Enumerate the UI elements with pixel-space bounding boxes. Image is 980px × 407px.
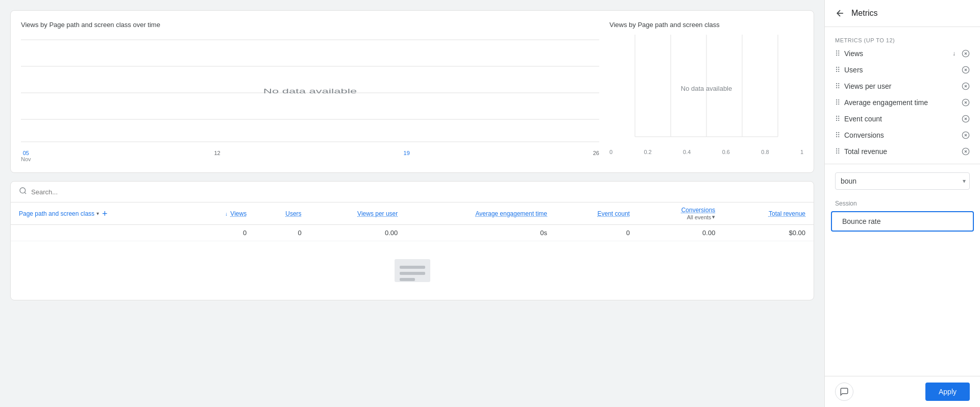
feedback-button[interactable] [835,383,853,401]
total-revenue-header-cell[interactable]: Total revenue [723,202,814,225]
metric-name-event-count: Event count [844,115,958,123]
right-chart-title: Views by Page path and screen class [609,21,803,29]
metric-search-input[interactable] [835,172,970,190]
svg-rect-16 [400,266,425,269]
apply-button[interactable]: Apply [925,383,970,401]
x-axis: 05 Nov 12 19 26 [21,147,599,162]
charts-card: Views by Page path and screen class over… [10,10,814,173]
metric-item-users[interactable]: ⠿ Users [825,62,980,78]
x-axis-item: 05 Nov [21,150,31,162]
avg-engagement-header-label: Average engagement time [476,210,548,217]
x-axis-item: 12 [214,150,220,162]
x-axis-item: 19 [404,150,410,162]
metric-item-total-revenue[interactable]: ⠿ Total revenue [825,143,980,160]
users-header-label: Users [285,210,301,217]
views-per-user-header-cell[interactable]: Views per user [310,202,406,225]
remove-event-count-button[interactable] [962,115,970,123]
users-cell: 0 [255,225,309,241]
dim-header: Page path and screen class ▾ + [19,209,182,218]
dropdown-category-label: Session [825,196,980,211]
left-chart-section: Views by Page path and screen class over… [21,21,599,162]
metric-search-section: ▾ [825,168,980,194]
event-count-header-label: Event count [598,210,630,217]
line-chart: No data available [21,35,599,147]
avg-engagement-cell: 0s [406,225,555,241]
views-per-user-header-label: Views per user [357,210,398,217]
metric-name-views-per-user: Views per user [844,82,958,90]
search-icon [19,187,27,197]
metric-item-conversions[interactable]: ⠿ Conversions [825,127,980,143]
table-row: 0 0 0.00 0s 0 0.00 $0.00 [11,225,814,241]
views-per-user-cell: 0.00 [310,225,406,241]
svg-rect-17 [400,272,425,275]
main-content: Views by Page path and screen class over… [0,0,824,407]
sort-arrow-icon: ↓ [225,211,228,217]
svg-rect-18 [400,278,415,281]
conversions-header-cell[interactable]: Conversions All events ▾ [638,202,723,225]
back-button[interactable] [835,8,845,18]
drag-icon: ⠿ [835,131,840,139]
dim-dropdown-icon[interactable]: ▾ [96,211,99,216]
x-axis-item: 26 [593,150,599,162]
svg-text:No data available: No data available [681,85,732,92]
remove-conversions-button[interactable] [962,131,970,139]
metric-item-views-per-user[interactable]: ⠿ Views per user [825,78,980,94]
metric-name-total-revenue: Total revenue [844,147,958,156]
bounce-rate-option[interactable]: Bounce rate [831,211,974,232]
remove-users-button[interactable] [962,66,970,74]
views-header-cell[interactable]: ↓ Views [190,202,255,225]
panel-footer: Apply [825,376,980,407]
right-panel: Metrics METRICS (UP TO 12) ⠿ Views ↓ ⠿ U… [824,0,980,407]
metric-item-views[interactable]: ⠿ Views ↓ [825,45,980,62]
metrics-label: METRICS (UP TO 12) [825,33,980,45]
line-chart-svg: No data available [21,35,599,147]
data-table-section: Page path and screen class ▾ + ↓ Views U… [10,181,814,300]
panel-body: METRICS (UP TO 12) ⠿ Views ↓ ⠿ Users [825,27,980,376]
drag-icon: ⠿ [835,66,840,74]
remove-total-revenue-button[interactable] [962,147,970,156]
y-axis-labels: 0 0.2 0.4 0.6 0.8 1 [609,147,803,155]
avg-engagement-header-cell[interactable]: Average engagement time [406,202,555,225]
metric-name-avg-engagement: Average engagement time [844,98,958,107]
table-header-row: Page path and screen class ▾ + ↓ Views U… [11,202,814,225]
divider [825,164,980,164]
users-header-cell[interactable]: Users [255,202,309,225]
views-header-label: Views [230,210,247,217]
dropdown-results: Session Bounce rate [825,194,980,234]
total-revenue-header-label: Total revenue [769,210,805,217]
svg-line-14 [24,192,26,194]
dim-header-cell: Page path and screen class ▾ + [11,202,190,225]
remove-views-button[interactable] [962,49,970,58]
panel-title: Metrics [851,9,878,18]
empty-state-icon [392,257,433,285]
sort-indicator: ↓ [952,50,955,57]
bar-chart-svg: No data available [609,35,803,147]
drag-icon: ⠿ [835,115,840,123]
total-revenue-cell: $0.00 [723,225,814,241]
add-dimension-button[interactable]: + [101,209,109,218]
table-search-input[interactable] [31,188,805,196]
svg-text:No data available: No data available [263,87,357,94]
all-events-label: All events [687,214,712,220]
all-events-row: All events ▾ [646,214,715,220]
metric-item-event-count[interactable]: ⠿ Event count [825,111,980,127]
metric-item-avg-engagement[interactable]: ⠿ Average engagement time [825,94,980,111]
svg-point-13 [20,188,26,193]
table-toolbar [11,182,814,202]
panel-header: Metrics [825,0,980,27]
event-count-cell: 0 [555,225,638,241]
charts-row: Views by Page path and screen class over… [21,21,803,162]
drag-icon: ⠿ [835,147,840,156]
bar-chart: No data available [609,35,803,147]
conversions-cell: 0.00 [638,225,723,241]
remove-avg-engagement-button[interactable] [962,98,970,107]
data-table: Page path and screen class ▾ + ↓ Views U… [11,202,814,241]
remove-views-per-user-button[interactable] [962,82,970,90]
event-count-header-cell[interactable]: Event count [555,202,638,225]
conversions-header-label: Conversions [681,207,716,214]
drag-icon: ⠿ [835,98,840,107]
drag-icon: ⠿ [835,49,840,58]
drag-icon: ⠿ [835,82,840,90]
dim-cell [11,225,190,241]
all-events-dropdown-icon[interactable]: ▾ [712,214,715,220]
